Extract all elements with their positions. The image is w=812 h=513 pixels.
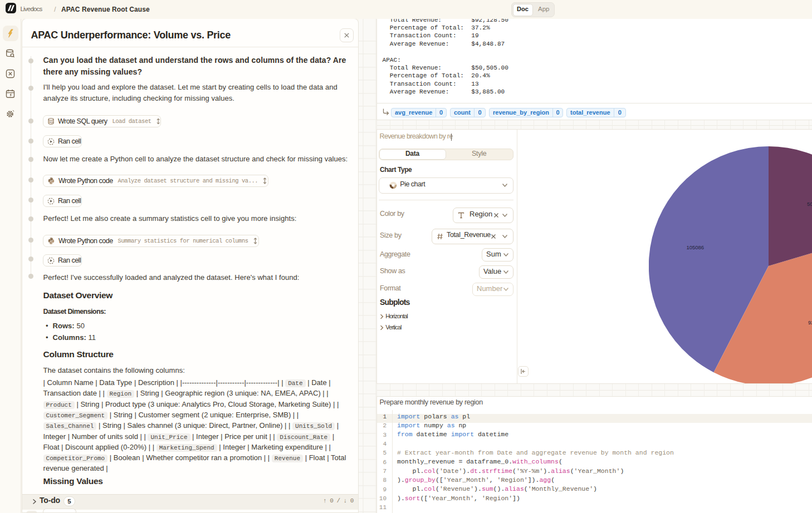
svg-text:50505: 50505: [807, 201, 812, 207]
svg-text:92128.5: 92128.5: [808, 319, 812, 325]
svg-text:105086: 105086: [686, 245, 704, 251]
svg-text:SQL: SQL: [49, 121, 54, 124]
